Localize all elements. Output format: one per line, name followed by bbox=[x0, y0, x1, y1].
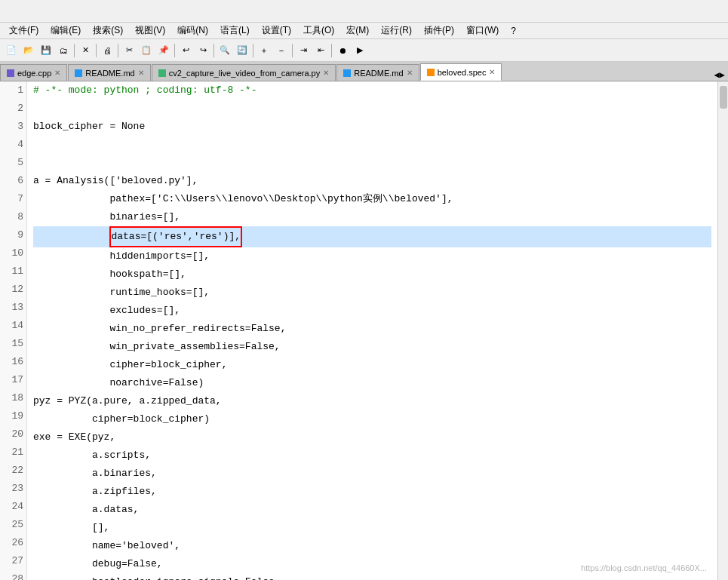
separator-1 bbox=[74, 44, 75, 57]
macro-play-button[interactable]: ▶ bbox=[352, 42, 368, 59]
menu-language[interactable]: 语言(L) bbox=[214, 23, 256, 38]
menu-settings[interactable]: 设置(T) bbox=[256, 23, 297, 38]
table-row: a.datas, bbox=[33, 501, 711, 519]
table-row bbox=[33, 136, 711, 154]
unindent-button[interactable]: ⇤ bbox=[312, 42, 329, 59]
line-number: 3 bbox=[3, 118, 23, 136]
tab-close-beloved[interactable]: ✕ bbox=[489, 68, 495, 76]
save-button[interactable]: 💾 bbox=[38, 42, 54, 59]
new-button[interactable]: 📄 bbox=[3, 42, 20, 59]
line-number: 13 bbox=[3, 299, 23, 317]
menu-edit[interactable]: 编辑(E) bbox=[45, 23, 87, 38]
maximize-button[interactable] bbox=[653, 1, 687, 22]
table-row: # -*- mode: python ; coding: utf-8 -*- bbox=[33, 81, 711, 100]
menu-macro[interactable]: 宏(M) bbox=[340, 23, 375, 38]
line-number: 22 bbox=[3, 462, 23, 480]
watermark: https://blog.csdn.net/qq_44660X... bbox=[581, 559, 707, 577]
tabs-left-arrow[interactable]: ◀ bbox=[714, 69, 720, 81]
menubar: 文件(F) 编辑(E) 搜索(S) 视图(V) 编码(N) 语言(L) 设置(T… bbox=[0, 23, 728, 39]
table-row: block_cipher = None bbox=[33, 118, 711, 136]
line-number: 28 bbox=[3, 570, 23, 580]
menu-help[interactable]: ? bbox=[505, 24, 522, 38]
menu-file[interactable]: 文件(F) bbox=[3, 23, 45, 38]
table-row: hiddenimports=[], bbox=[33, 247, 711, 265]
line-number: 16 bbox=[3, 353, 23, 371]
line-number: 24 bbox=[3, 498, 23, 516]
table-row: runtime_hooks=[], bbox=[33, 284, 711, 302]
line-number: 1 bbox=[3, 81, 23, 100]
table-row: [], bbox=[33, 519, 711, 537]
line-number: 6 bbox=[3, 172, 23, 190]
table-row: excludes=[], bbox=[33, 302, 711, 320]
line-number: 23 bbox=[3, 480, 23, 498]
copy-button[interactable]: 📋 bbox=[138, 42, 155, 59]
line-number: 18 bbox=[3, 389, 23, 407]
table-row: noarchive=False) bbox=[33, 374, 711, 392]
tabs-bar: edge.cpp ✕ README.md ✕ cv2_capture_live_… bbox=[0, 62, 728, 81]
undo-button[interactable]: ↩ bbox=[177, 42, 194, 59]
menu-window[interactable]: 窗口(W) bbox=[460, 23, 505, 38]
tabs-right-arrow[interactable]: ▶ bbox=[720, 69, 725, 81]
line-number: 26 bbox=[3, 534, 23, 552]
code-editor[interactable]: # -*- mode: python ; coding: utf-8 -*-bl… bbox=[27, 81, 717, 580]
menu-plugins[interactable]: 插件(P) bbox=[418, 23, 460, 38]
cut-button[interactable]: ✂ bbox=[121, 42, 137, 59]
menu-view[interactable]: 视图(V) bbox=[129, 23, 171, 38]
save-all-button[interactable]: 🗂 bbox=[55, 42, 72, 59]
menu-tools[interactable]: 工具(O) bbox=[297, 23, 340, 38]
find-button[interactable]: 🔍 bbox=[217, 42, 233, 59]
menu-encoding[interactable]: 编码(N) bbox=[171, 23, 214, 38]
minimize-button[interactable] bbox=[617, 1, 651, 22]
separator-3 bbox=[118, 44, 118, 57]
toolbar: 📄 📂 💾 🗂 ✕ 🖨 ✂ 📋 📌 ↩ ↪ 🔍 🔄 + − ⇥ ⇤ ⏺ ▶ bbox=[0, 39, 728, 62]
highlighted-code: datas=[('res','res')], bbox=[109, 226, 242, 247]
line-number: 4 bbox=[3, 136, 23, 154]
redo-button[interactable]: ↪ bbox=[195, 42, 211, 59]
table-row: name='beloved', bbox=[33, 537, 711, 555]
tab-edge[interactable]: edge.cpp ✕ bbox=[0, 64, 67, 81]
menu-search[interactable]: 搜索(S) bbox=[87, 23, 129, 38]
tab-close-cv2[interactable]: ✕ bbox=[323, 69, 329, 77]
zoom-out-button[interactable]: − bbox=[273, 42, 290, 59]
line-number: 8 bbox=[3, 208, 23, 226]
tab-icon-cpp bbox=[7, 69, 14, 77]
tab-close-readme2[interactable]: ✕ bbox=[407, 69, 413, 77]
table-row: win_no_prefer_redirects=False, bbox=[33, 320, 711, 338]
titlebar bbox=[0, 0, 728, 23]
tab-close-edge[interactable]: ✕ bbox=[54, 69, 60, 77]
table-row bbox=[33, 100, 711, 118]
separator-7 bbox=[292, 44, 293, 57]
line-number: 5 bbox=[3, 154, 23, 172]
table-row: win_private_assemblies=False, bbox=[33, 338, 711, 356]
table-row: hookspath=[], bbox=[33, 265, 711, 284]
print-button[interactable]: 🖨 bbox=[99, 42, 115, 59]
table-row: binaries=[], bbox=[33, 208, 711, 226]
tab-label-edge: edge.cpp bbox=[17, 69, 51, 78]
close-button[interactable] bbox=[688, 1, 722, 22]
line-number: 2 bbox=[3, 100, 23, 118]
scrollbar-vertical[interactable] bbox=[717, 81, 728, 580]
table-row: a.scripts, bbox=[33, 447, 711, 465]
paste-button[interactable]: 📌 bbox=[155, 42, 172, 59]
zoom-in-button[interactable]: + bbox=[256, 42, 272, 59]
table-row: a.binaries, bbox=[33, 465, 711, 483]
menu-run[interactable]: 运行(R) bbox=[375, 23, 418, 38]
line-number: 17 bbox=[3, 371, 23, 389]
tab-readme1[interactable]: README.md ✕ bbox=[68, 64, 150, 81]
macro-record-button[interactable]: ⏺ bbox=[334, 42, 351, 59]
close-doc-button[interactable]: ✕ bbox=[77, 42, 94, 59]
tab-beloved[interactable]: beloved.spec ✕ bbox=[420, 63, 502, 81]
scrollbar-thumb[interactable] bbox=[720, 86, 727, 109]
table-row: exe = EXE(pyz, bbox=[33, 428, 711, 447]
tab-close-readme1[interactable]: ✕ bbox=[138, 69, 144, 77]
replace-button[interactable]: 🔄 bbox=[234, 42, 250, 59]
line-number: 27 bbox=[3, 552, 23, 570]
open-button[interactable]: 📂 bbox=[20, 42, 37, 59]
indent-button[interactable]: ⇥ bbox=[295, 42, 312, 59]
line-number: 14 bbox=[3, 317, 23, 335]
tab-icon-md1 bbox=[75, 69, 82, 77]
line-number: 7 bbox=[3, 190, 23, 208]
tab-readme2[interactable]: README.md ✕ bbox=[336, 64, 419, 81]
tab-label-cv2: cv2_capture_live_video_from_camera.py bbox=[169, 69, 321, 78]
tab-cv2[interactable]: cv2_capture_live_video_from_camera.py ✕ bbox=[152, 64, 336, 81]
